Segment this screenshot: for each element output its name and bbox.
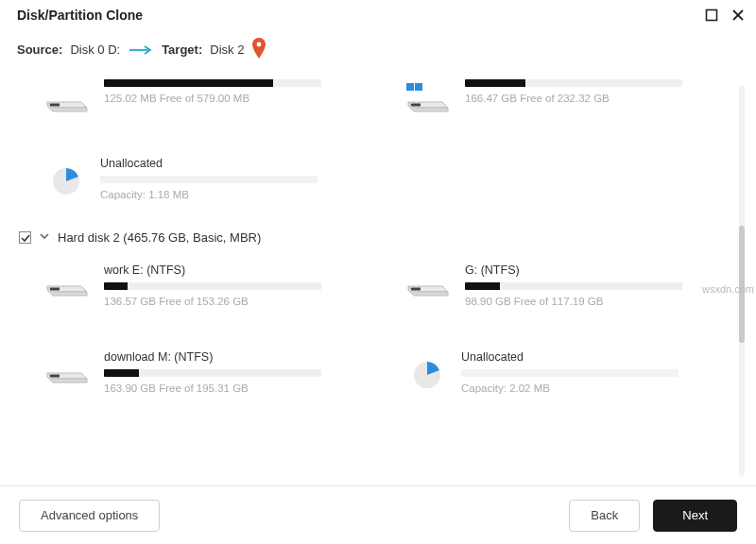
footer: Advanced options Back Next: [0, 485, 756, 544]
partition-row: 125.02 MB Free of 579.00 MB 166.47 GB Fr…: [17, 74, 731, 130]
window-controls: [705, 8, 745, 22]
partition-info: Unallocated Capacity: 2.02 MB: [461, 350, 726, 394]
checkbox-icon[interactable]: [19, 231, 31, 244]
partition-cell[interactable]: G: (NTFS) 98.90 GB Free of 117.19 GB: [404, 264, 726, 307]
usage-bar: [100, 176, 318, 183]
titlebar: Disk/Partition Clone: [0, 0, 756, 34]
usage-bar: [104, 369, 321, 377]
partition-free-text: 98.90 GB Free of 117.19 GB: [465, 296, 726, 307]
partition-free-text: 166.47 GB Free of 232.32 GB: [465, 93, 726, 104]
svg-rect-12: [50, 375, 60, 378]
partition-cell[interactable]: Unallocated Capacity: 1.18 MB: [43, 157, 365, 200]
source-label: Source:: [17, 42, 62, 57]
drive-icon: [404, 264, 450, 298]
disk-group-header[interactable]: Hard disk 2 (465.76 GB, Basic, MBR): [17, 217, 731, 258]
partition-name: download M: (NTFS): [104, 350, 365, 364]
svg-rect-6: [411, 104, 421, 107]
partition-info: G: (NTFS) 98.90 GB Free of 117.19 GB: [465, 264, 726, 307]
disk-group-label: Hard disk 2 (465.76 GB, Basic, MBR): [58, 230, 261, 245]
partition-cell[interactable]: download M: (NTFS) 163.90 GB Free of 195…: [43, 350, 365, 394]
usage-bar: [465, 79, 682, 87]
partition-name: work E: (NTFS): [104, 264, 365, 277]
partition-cell[interactable]: 125.02 MB Free of 579.00 MB: [43, 79, 365, 113]
svg-rect-10: [50, 288, 60, 291]
partition-row: Unallocated Capacity: 1.18 MB: [17, 151, 731, 217]
partition-name: Unallocated: [100, 157, 365, 170]
partition-info: 125.02 MB Free of 579.00 MB: [104, 79, 365, 113]
drive-icon: [43, 79, 89, 113]
svg-rect-5: [50, 104, 60, 107]
svg-rect-8: [415, 83, 422, 91]
back-button[interactable]: Back: [569, 500, 640, 532]
advanced-options-button[interactable]: Advanced options: [19, 500, 160, 532]
partition-free-text: 125.02 MB Free of 579.00 MB: [104, 93, 365, 104]
partition-cell[interactable]: Unallocated Capacity: 2.02 MB: [404, 350, 726, 394]
target-value: Disk 2: [210, 42, 244, 57]
partition-info: 166.47 GB Free of 232.32 GB: [465, 79, 726, 113]
partition-cell[interactable]: 166.47 GB Free of 232.32 GB: [404, 79, 726, 113]
drive-icon: [404, 79, 450, 113]
partition-info: download M: (NTFS) 163.90 GB Free of 195…: [104, 350, 365, 394]
partition-name: Unallocated: [461, 350, 726, 364]
partition-cell[interactable]: work E: (NTFS) 136.57 GB Free of 153.26 …: [43, 264, 365, 307]
pie-icon: [47, 161, 85, 198]
partition-name: G: (NTFS): [465, 264, 726, 277]
drive-icon: [43, 264, 89, 298]
partition-list: 125.02 MB Free of 579.00 MB 166.47 GB Fr…: [17, 74, 731, 484]
svg-rect-0: [707, 10, 717, 21]
scrollbar[interactable]: [739, 85, 745, 476]
watermark: wsxdn.com: [702, 283, 754, 295]
usage-bar: [104, 79, 321, 87]
maximize-icon[interactable]: [705, 8, 718, 22]
partition-row: work E: (NTFS) 136.57 GB Free of 153.26 …: [17, 258, 731, 324]
map-pin-icon: [251, 38, 266, 61]
svg-rect-7: [406, 83, 414, 91]
path-row: Source: Disk 0 D: Target: Disk 2: [0, 34, 756, 71]
svg-point-4: [257, 42, 262, 47]
partition-free-text: 163.90 GB Free of 195.31 GB: [104, 382, 365, 394]
window-title: Disk/Partition Clone: [17, 8, 143, 23]
svg-rect-11: [411, 288, 421, 291]
usage-bar: [465, 282, 682, 290]
usage-bar: [104, 282, 321, 290]
source-value: Disk 0 D:: [70, 42, 120, 57]
arrow-icon: [128, 44, 154, 56]
next-button[interactable]: Next: [653, 500, 737, 532]
target-label: Target:: [162, 42, 202, 57]
drive-icon: [43, 350, 89, 384]
usage-bar: [461, 369, 679, 377]
partition-capacity-text: Capacity: 2.02 MB: [461, 382, 726, 394]
partition-info: work E: (NTFS) 136.57 GB Free of 153.26 …: [104, 264, 365, 307]
partition-info: Unallocated Capacity: 1.18 MB: [100, 157, 365, 200]
partition-free-text: 136.57 GB Free of 153.26 GB: [104, 296, 365, 307]
partition-row: download M: (NTFS) 163.90 GB Free of 195…: [17, 345, 731, 411]
close-icon[interactable]: [731, 8, 745, 22]
chevron-down-icon[interactable]: [39, 230, 50, 245]
pie-icon: [408, 354, 446, 392]
partition-capacity-text: Capacity: 1.18 MB: [100, 189, 365, 200]
